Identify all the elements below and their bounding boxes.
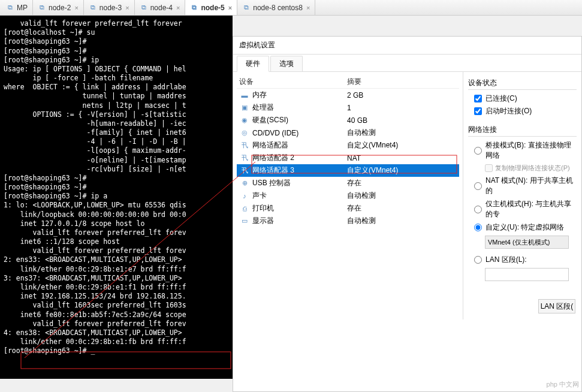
device-name: 显示器 xyxy=(252,216,347,226)
device-name: CD/DVD (IDE) xyxy=(252,129,347,137)
device-row[interactable]: ◉硬盘(SCSI)40 GB xyxy=(237,114,459,126)
device-details-panel: 设备状态 已连接(C) 启动时连接(O) 网络连接 桥接模式(B): 直接连接物… xyxy=(463,72,581,319)
vm-icon: ⧉ xyxy=(38,4,46,12)
tab-node-4[interactable]: ⧉node-4× xyxy=(135,0,186,15)
vm-settings-dialog: 虚拟机设置 硬件 选项 设备 摘要 ▬内存2 GB▣处理器1◉硬盘(SCSI)4… xyxy=(233,36,582,392)
device-row[interactable]: ▣处理器1 xyxy=(237,101,459,114)
device-icon: ◎ xyxy=(239,129,250,137)
device-row[interactable]: ▬内存2 GB xyxy=(237,89,459,101)
tab-node-2[interactable]: ⧉node-2× xyxy=(33,0,84,15)
device-name: 处理器 xyxy=(252,102,347,113)
device-icon: ⎙ xyxy=(239,205,250,212)
close-icon[interactable]: × xyxy=(125,4,129,11)
device-summary: 40 GB xyxy=(347,116,457,125)
device-name: USB 控制器 xyxy=(252,178,347,188)
status-section-title: 设备状态 xyxy=(468,78,577,90)
device-icon: ▬ xyxy=(239,92,250,99)
watermark: php 中文网 xyxy=(547,380,579,389)
radio-bridged[interactable]: 桥接模式(B): 直接连接物理网络 xyxy=(474,140,577,161)
custom-network-dropdown[interactable]: VMnet4 (仅主机模式) xyxy=(485,236,569,249)
close-icon[interactable]: × xyxy=(74,4,78,11)
radio-custom[interactable]: 自定义(U): 特定虚拟网络 xyxy=(474,222,577,233)
device-icon: ♪ xyxy=(239,192,250,200)
device-icon: 卂 xyxy=(239,166,250,175)
device-name: 打印机 xyxy=(252,203,347,213)
tab-mp[interactable]: ⧉MP xyxy=(1,0,33,15)
device-row[interactable]: ⊕USB 控制器存在 xyxy=(237,177,459,189)
radio-lan[interactable]: LAN 区段(L): xyxy=(474,255,577,265)
tab-options[interactable]: 选项 xyxy=(270,56,303,71)
replicate-checkbox[interactable]: 复制物理网络连接状态(P) xyxy=(485,164,577,173)
tab-node-5[interactable]: ⧉node-5× xyxy=(185,0,237,15)
device-icon: 卂 xyxy=(239,141,250,150)
close-icon[interactable]: × xyxy=(176,4,180,11)
radio-nat[interactable]: NAT 模式(N): 用于共享主机的 xyxy=(474,176,577,196)
device-name: 声卡 xyxy=(252,191,347,201)
device-summary: 2 GB xyxy=(347,91,457,99)
device-name: 内存 xyxy=(252,90,347,100)
device-icon: ◉ xyxy=(239,116,250,124)
settings-tabs: 硬件 选项 xyxy=(233,55,581,72)
dialog-title: 虚拟机设置 xyxy=(233,37,581,55)
connect-on-start-checkbox[interactable]: 启动时连接(O) xyxy=(474,106,577,116)
device-row[interactable]: ▭显示器自动检测 xyxy=(237,215,459,227)
device-summary: 存在 xyxy=(347,203,457,213)
device-icon: ▣ xyxy=(239,104,250,111)
device-summary: 自定义(VMnet4) xyxy=(347,140,457,150)
network-section-title: 网络连接 xyxy=(468,125,577,137)
device-row[interactable]: ◎CD/DVD (IDE)自动检测 xyxy=(237,126,459,139)
radio-hostonly[interactable]: 仅主机模式(H): 与主机共享的专 xyxy=(474,199,577,219)
device-summary: 自定义(VMnet4) xyxy=(347,165,457,176)
device-icon: ▭ xyxy=(239,217,250,225)
device-list-header: 设备 摘要 xyxy=(237,76,459,89)
close-icon[interactable]: × xyxy=(228,4,232,11)
lan-segments-button[interactable]: LAN 区段( xyxy=(538,299,575,313)
vm-icon: ⧉ xyxy=(6,4,14,12)
vm-icon: ⧉ xyxy=(140,4,148,12)
close-icon[interactable]: × xyxy=(306,4,310,11)
device-summary: 自动检测 xyxy=(347,128,457,138)
device-row[interactable]: 卂网络适配器 3自定义(VMnet4) xyxy=(237,164,459,177)
vm-icon: ⧉ xyxy=(89,4,97,12)
terminal-output[interactable]: valid_lft forever preferred_lft forever … xyxy=(0,16,233,379)
device-name: 硬盘(SCSI) xyxy=(252,115,347,125)
device-summary: 自动检测 xyxy=(347,216,457,226)
editor-tabs: ⧉MP ⧉node-2× ⧉node-3× ⧉node-4× ⧉node-5× … xyxy=(0,0,582,16)
tab-node-8[interactable]: ⧉node-8 centos8× xyxy=(237,0,315,15)
vm-icon: ⧉ xyxy=(242,4,251,12)
device-summary: 1 xyxy=(347,104,457,112)
device-summary: 自动检测 xyxy=(347,191,457,201)
device-row[interactable]: 卂网络适配器自定义(VMnet4) xyxy=(237,139,459,152)
device-row[interactable]: ⎙打印机存在 xyxy=(237,202,459,215)
device-summary: 存在 xyxy=(347,178,457,188)
connected-checkbox[interactable]: 已连接(C) xyxy=(474,94,577,104)
tab-hardware[interactable]: 硬件 xyxy=(237,56,269,72)
device-name: 网络适配器 xyxy=(252,140,347,150)
device-icon: ⊕ xyxy=(239,179,250,187)
lan-segment-dropdown[interactable] xyxy=(485,268,569,281)
tab-node-3[interactable]: ⧉node-3× xyxy=(84,0,135,15)
device-list: 设备 摘要 ▬内存2 GB▣处理器1◉硬盘(SCSI)40 GB◎CD/DVD … xyxy=(233,72,463,319)
vm-icon: ⧉ xyxy=(190,4,198,12)
device-icon: 卂 xyxy=(239,153,250,162)
device-name: 网络适配器 2 xyxy=(252,153,347,163)
device-row[interactable]: ♪声卡自动检测 xyxy=(237,189,459,202)
device-summary: NAT xyxy=(347,154,457,162)
device-row[interactable]: 卂网络适配器 2NAT xyxy=(237,152,459,164)
device-name: 网络适配器 3 xyxy=(252,165,347,176)
